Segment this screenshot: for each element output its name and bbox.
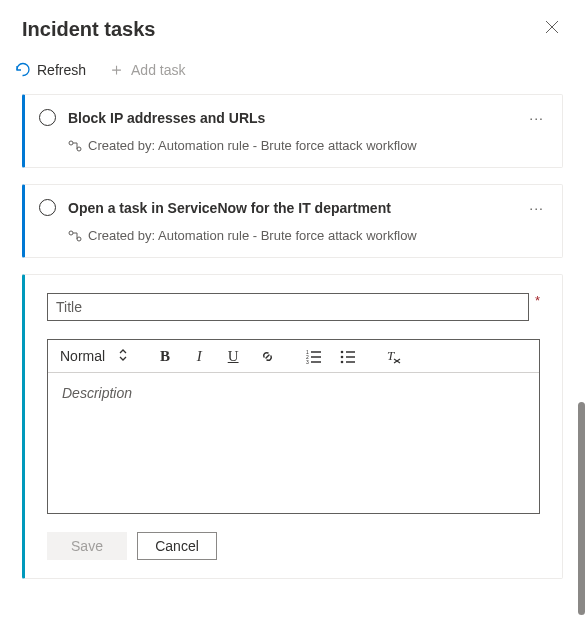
- unordered-list-button[interactable]: [339, 348, 355, 364]
- underline-button[interactable]: U: [225, 348, 241, 364]
- task-complete-toggle[interactable]: [39, 199, 56, 216]
- task-title: Open a task in ServiceNow for the IT dep…: [68, 200, 515, 216]
- svg-point-11: [340, 355, 343, 358]
- svg-point-12: [340, 360, 343, 363]
- svg-point-10: [340, 350, 343, 353]
- svg-point-0: [69, 141, 73, 145]
- panel-header: Incident tasks: [0, 0, 585, 51]
- format-label: Normal: [60, 348, 105, 364]
- task-header: Open a task in ServiceNow for the IT dep…: [39, 199, 546, 216]
- task-title: Block IP addresses and URLs: [68, 110, 515, 126]
- svg-point-1: [77, 147, 81, 151]
- task-complete-toggle[interactable]: [39, 109, 56, 126]
- automation-icon: [68, 229, 82, 243]
- close-button[interactable]: [541, 18, 563, 38]
- save-button[interactable]: Save: [47, 532, 127, 560]
- new-task-card: * Normal B I U: [22, 274, 563, 579]
- scrollbar-thumb[interactable]: [578, 402, 585, 615]
- plus-icon: ＋: [108, 61, 125, 78]
- svg-text:T: T: [387, 349, 395, 363]
- ordered-list-icon: 123: [306, 349, 321, 364]
- refresh-icon: [14, 61, 31, 78]
- format-group-text: B I U: [157, 348, 275, 364]
- task-header: Block IP addresses and URLs ···: [39, 109, 546, 126]
- link-button[interactable]: [259, 348, 275, 364]
- content-area: Block IP addresses and URLs ··· Created …: [0, 94, 585, 612]
- description-placeholder: Description: [62, 385, 525, 401]
- unordered-list-icon: [340, 349, 355, 364]
- required-indicator: *: [535, 293, 540, 308]
- automation-icon: [68, 139, 82, 153]
- close-icon: [545, 20, 559, 34]
- panel-title: Incident tasks: [22, 18, 155, 41]
- task-created-by: Created by: Automation rule - Brute forc…: [88, 138, 417, 153]
- editor-toolbar: Normal B I U 123: [48, 340, 539, 373]
- refresh-label: Refresh: [37, 62, 86, 78]
- rich-text-editor: Normal B I U 123: [47, 339, 540, 514]
- task-subline: Created by: Automation rule - Brute forc…: [68, 228, 546, 243]
- bold-button[interactable]: B: [157, 348, 173, 364]
- cancel-button[interactable]: Cancel: [137, 532, 217, 560]
- svg-point-3: [77, 237, 81, 241]
- button-row: Save Cancel: [47, 532, 540, 560]
- svg-text:3: 3: [306, 359, 309, 364]
- dropdown-caret-icon: [119, 349, 127, 363]
- task-more-button[interactable]: ···: [527, 110, 546, 126]
- title-row: *: [47, 293, 540, 321]
- add-task-button[interactable]: ＋ Add task: [104, 59, 189, 80]
- svg-point-2: [69, 231, 73, 235]
- clear-format-button[interactable]: T: [385, 348, 401, 364]
- link-icon: [260, 349, 275, 364]
- toolbar: Refresh ＋ Add task: [0, 51, 585, 94]
- task-subline: Created by: Automation rule - Brute forc…: [68, 138, 546, 153]
- task-title-input[interactable]: [47, 293, 529, 321]
- format-group-list: 123: [305, 348, 355, 364]
- clear-format-icon: T: [386, 349, 401, 364]
- format-group-clear: T: [385, 348, 401, 364]
- task-card[interactable]: Block IP addresses and URLs ··· Created …: [22, 94, 563, 168]
- add-task-label: Add task: [131, 62, 185, 78]
- ordered-list-button[interactable]: 123: [305, 348, 321, 364]
- task-card[interactable]: Open a task in ServiceNow for the IT dep…: [22, 184, 563, 258]
- description-textarea[interactable]: Description: [48, 373, 539, 513]
- task-created-by: Created by: Automation rule - Brute forc…: [88, 228, 417, 243]
- task-more-button[interactable]: ···: [527, 200, 546, 216]
- refresh-button[interactable]: Refresh: [10, 59, 90, 80]
- format-dropdown[interactable]: Normal: [60, 348, 127, 364]
- italic-button[interactable]: I: [191, 348, 207, 364]
